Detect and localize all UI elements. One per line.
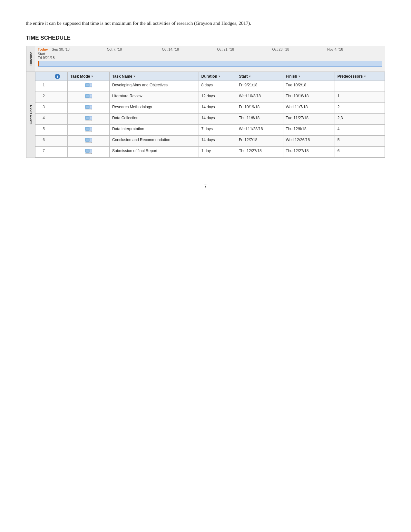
timeline-start-info: Start Fri 9/21/18 — [38, 52, 382, 60]
timeline-start-label: Start — [38, 52, 45, 56]
table-row: 1 Developing Aims and Objectives8 daysFr… — [35, 81, 385, 92]
task-mode-cell — [68, 92, 110, 103]
row-num-cell: 1 — [35, 81, 52, 92]
row-info-cell — [52, 92, 68, 103]
timeline-today-label: Today — [38, 47, 48, 51]
row-info-cell — [52, 114, 68, 125]
gantt-table-wrapper: Gantt Chart i Task Mode ▼ — [26, 72, 385, 158]
row-num-cell: 6 — [35, 136, 52, 147]
predecessors-dropdown-arrow: ▼ — [363, 75, 366, 78]
col-header-task-mode: Task Mode ▼ — [68, 72, 110, 81]
duration-cell: 8 days — [199, 81, 236, 92]
task-mode-icon — [85, 116, 92, 121]
start-cell: Fri 12/7/18 — [236, 136, 283, 147]
svg-rect-25 — [85, 149, 89, 152]
duration-cell: 14 days — [199, 136, 236, 147]
task-mode-icon — [85, 149, 92, 154]
task-mode-cell — [68, 136, 110, 147]
col-task-name-label: Task Name — [112, 74, 132, 79]
task-name-cell: Data Collection — [110, 114, 199, 125]
task-mode-icon — [85, 138, 92, 143]
timeline-bar — [38, 61, 382, 67]
predecessors-cell: 6 — [335, 147, 385, 158]
start-cell: Wed 11/28/18 — [236, 125, 283, 136]
table-row: 3 Research Methodology14 daysFri 10/19/1… — [35, 103, 385, 114]
task-mode-icon — [85, 94, 92, 100]
predecessors-cell: 5 — [335, 136, 385, 147]
page-number: 7 — [26, 184, 385, 189]
task-mode-cell — [68, 103, 110, 114]
table-row: 4 Data Collection14 daysThu 11/8/18Tue 1… — [35, 114, 385, 125]
info-icon: i — [55, 74, 60, 79]
gantt-table: i Task Mode ▼ Task Name ▼ — [35, 72, 385, 158]
finish-dropdown-arrow: ▼ — [298, 75, 301, 78]
timeline-dates: Sep 30, '18 Oct 7, '18 Oct 14, '18 Oct 2… — [52, 47, 382, 51]
row-info-cell — [52, 81, 68, 92]
gantt-wrapper: Timeline Today Sep 30, '18 Oct 7, '18 Oc… — [26, 46, 385, 158]
timeline-date-4: Oct 21, '18 — [217, 47, 272, 51]
predecessors-cell: 2,3 — [335, 114, 385, 125]
timeline-date-1: Sep 30, '18 — [52, 47, 107, 51]
start-dropdown-arrow: ▼ — [248, 75, 251, 78]
task-mode-icon — [85, 83, 92, 89]
start-cell: Fri 10/19/18 — [236, 103, 283, 114]
col-header-info: i — [52, 72, 68, 81]
finish-cell: Wed 12/26/18 — [283, 136, 335, 147]
table-header-row: i Task Mode ▼ Task Name ▼ — [35, 72, 385, 81]
finish-cell: Thu 12/27/18 — [283, 147, 335, 158]
gantt-chart-label: Gantt Chart — [26, 72, 35, 158]
finish-cell: Thu 12/6/18 — [283, 125, 335, 136]
start-cell: Thu 11/8/18 — [236, 114, 283, 125]
col-header-num — [35, 72, 52, 81]
start-cell: Fri 9/21/18 — [236, 81, 283, 92]
task-name-cell: Literature Review — [110, 92, 199, 103]
svg-rect-9 — [85, 105, 89, 109]
task-name-cell: Research Methodology — [110, 103, 199, 114]
svg-rect-17 — [85, 127, 89, 131]
duration-dropdown-arrow: ▼ — [218, 75, 221, 78]
timeline-date-2: Oct 7, '18 — [107, 47, 162, 51]
timeline-row: Timeline Today Sep 30, '18 Oct 7, '18 Oc… — [26, 46, 385, 72]
finish-cell: Thu 10/18/18 — [283, 92, 335, 103]
finish-cell: Wed 11/7/18 — [283, 103, 335, 114]
predecessors-cell: 1 — [335, 92, 385, 103]
row-num-cell: 5 — [35, 125, 52, 136]
col-start-label: Start — [239, 74, 248, 79]
row-info-cell — [52, 136, 68, 147]
col-duration-label: Duration — [201, 74, 217, 79]
task-mode-icon — [85, 127, 92, 132]
predecessors-cell: 4 — [335, 125, 385, 136]
task-name-cell: Data Interpratation — [110, 125, 199, 136]
task-mode-cell — [68, 147, 110, 158]
timeline-date-6: Nov 4, '18 — [327, 47, 382, 51]
col-header-task-name: Task Name ▼ — [110, 72, 199, 81]
row-info-cell — [52, 125, 68, 136]
timeline-date-5: Oct 28, '18 — [272, 47, 327, 51]
col-header-start: Start ▼ — [236, 72, 283, 81]
duration-cell: 14 days — [199, 114, 236, 125]
finish-cell: Tue 10/2/18 — [283, 81, 335, 92]
predecessors-cell: 2 — [335, 103, 385, 114]
timeline-today-line — [38, 61, 39, 66]
row-num-cell: 3 — [35, 103, 52, 114]
table-row: 5 Data Interpratation7 daysWed 11/28/18T… — [35, 125, 385, 136]
task-mode-cell — [68, 125, 110, 136]
svg-rect-13 — [85, 116, 89, 120]
intro-paragraph: the entire it can be supposed that time … — [26, 19, 385, 27]
predecessors-cell — [335, 81, 385, 92]
row-info-cell — [52, 103, 68, 114]
col-header-finish: Finish ▼ — [283, 72, 335, 81]
start-cell: Thu 12/27/18 — [236, 147, 283, 158]
timeline-date-3: Oct 14, '18 — [162, 47, 217, 51]
timeline-content: Today Sep 30, '18 Oct 7, '18 Oct 14, '18… — [35, 46, 385, 72]
timeline-label: Timeline — [26, 46, 35, 72]
col-predecessors-label: Predecessors — [338, 74, 363, 79]
row-num-cell: 2 — [35, 92, 52, 103]
duration-cell: 7 days — [199, 125, 236, 136]
table-row: 6 Conclusion and Recommendation14 daysFr… — [35, 136, 385, 147]
row-info-cell — [52, 147, 68, 158]
col-header-duration: Duration ▼ — [199, 72, 236, 81]
row-num-cell: 4 — [35, 114, 52, 125]
col-task-mode-label: Task Mode — [70, 74, 90, 79]
table-row: 7 Submission of final Report1 dayThu 12/… — [35, 147, 385, 158]
